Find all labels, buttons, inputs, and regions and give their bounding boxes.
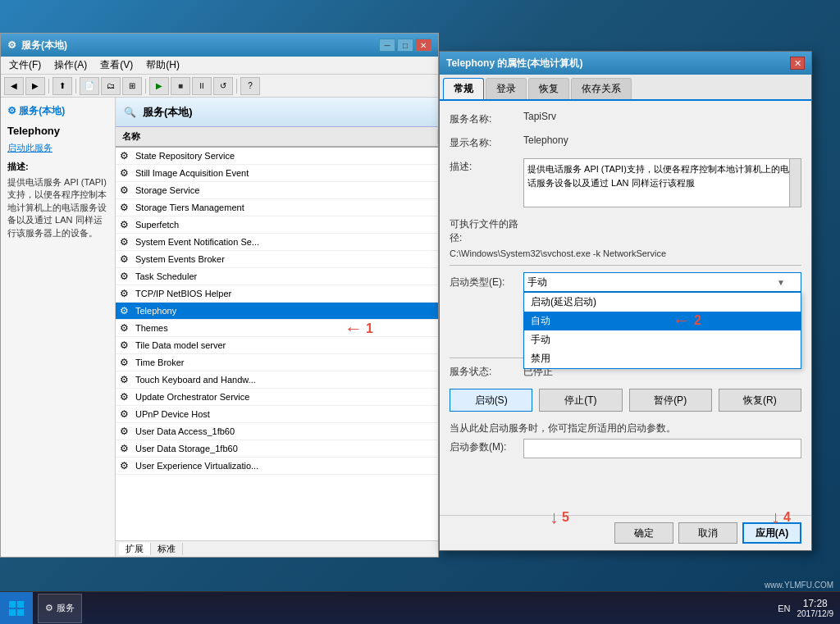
service-status-label: 服务状态:: [450, 365, 523, 379]
toolbar-back[interactable]: ◀: [4, 77, 24, 95]
list-item[interactable]: ⚙ User Data Access_1fb60: [116, 423, 438, 440]
service-icon: ⚙: [116, 285, 132, 302]
menu-action[interactable]: 操作(A): [49, 57, 92, 73]
close-button[interactable]: ✕: [415, 39, 431, 52]
services-window-title: ⚙ 服务(本地): [7, 39, 67, 52]
annotation-number-5: 5: [562, 510, 569, 525]
service-name: Storage Service: [132, 184, 438, 197]
list-item[interactable]: ⚙ Time Broker: [116, 354, 438, 371]
annotation-5: ↓ 5: [550, 507, 569, 528]
dropdown-item-disabled[interactable]: 禁用: [524, 349, 801, 368]
dialog-close-button[interactable]: ✕: [790, 57, 805, 70]
list-item[interactable]: ⚙ State Repository Service: [116, 148, 438, 165]
list-item[interactable]: ⚙ System Event Notification Se...: [116, 234, 438, 251]
ok-button[interactable]: 确定: [614, 522, 673, 544]
service-name: Still Image Acquisition Event: [132, 166, 438, 180]
service-name: User Experience Virtualizatio...: [132, 459, 438, 472]
toolbar-help[interactable]: ?: [240, 77, 260, 95]
tab-dependencies[interactable]: 依存关系: [571, 78, 632, 99]
list-item[interactable]: ⚙ Task Scheduler: [116, 268, 438, 285]
list-item[interactable]: ⚙ Tile Data model server: [116, 337, 438, 354]
tab-login[interactable]: 登录: [486, 78, 527, 99]
menu-view[interactable]: 查看(V): [95, 57, 138, 73]
services-gear-icon: ⚙: [7, 39, 16, 51]
service-name: Touch Keyboard and Handw...: [132, 373, 438, 386]
toolbar-stop[interactable]: ■: [171, 77, 190, 95]
col-name[interactable]: 名称: [116, 129, 438, 144]
list-item[interactable]: ⚙ Touch Keyboard and Handw...: [116, 371, 438, 389]
list-item[interactable]: ⚙ Storage Tiers Management: [116, 199, 438, 216]
list-item[interactable]: ⚙ UPnP Device Host: [116, 406, 438, 423]
svg-rect-3: [17, 609, 24, 616]
maximize-button[interactable]: □: [397, 39, 413, 52]
list-item[interactable]: ⚙ Update Orchestrator Service: [116, 389, 438, 406]
start-button-taskbar[interactable]: [0, 592, 33, 625]
startup-dropdown: 启动(延迟启动) 自动 手动 禁用: [523, 292, 801, 369]
annotation-4: ↓ 4: [771, 507, 791, 528]
startup-type-label: 启动类型(E):: [450, 276, 523, 289]
list-item[interactable]: ⚙ User Data Storage_1fb60: [116, 440, 438, 458]
toolbar-forward[interactable]: ▶: [25, 77, 45, 95]
dropdown-item-delayed[interactable]: 启动(延迟启动): [524, 293, 801, 312]
list-item[interactable]: ⚙ Themes: [116, 320, 438, 337]
stop-button[interactable]: 停止(T): [539, 389, 622, 412]
toolbar-pause[interactable]: ⏸: [192, 77, 212, 95]
taskbar-services[interactable]: ⚙ 服务: [38, 594, 82, 623]
service-icon: ⚙: [116, 440, 132, 457]
list-item[interactable]: ⚙ Storage Service: [116, 182, 438, 199]
dropdown-item-manual[interactable]: 手动: [524, 330, 801, 349]
service-name: Task Scheduler: [132, 270, 438, 283]
path-value: C:\Windows\System32\svchost.exe -k Netwo…: [450, 248, 801, 258]
tab-extended[interactable]: 扩展: [119, 543, 151, 555]
watermark: www.YLMFU.COM: [765, 581, 833, 590]
dropdown-item-auto[interactable]: 自动: [524, 312, 801, 330]
service-name-row: 服务名称: TapiSrv: [450, 111, 801, 126]
pause-button[interactable]: 暂停(P): [629, 389, 712, 412]
desc-text: 提供电话服务 API (TAPI)支持，以便各程序控制本地计算机上的电话服务设备…: [527, 164, 789, 188]
cancel-button[interactable]: 取消: [678, 522, 737, 544]
service-name: Update Orchestrator Service: [132, 390, 438, 403]
toolbar-btn5[interactable]: ⊞: [122, 77, 142, 95]
dialog-titlebar: Telephony 的属性(本地计算机) ✕: [440, 52, 811, 75]
list-item[interactable]: ⚙ System Events Broker: [116, 251, 438, 268]
tab-standard[interactable]: 标准: [151, 543, 183, 555]
service-name: Tile Data model server: [132, 339, 438, 352]
toolbar-separator-1: [48, 79, 49, 93]
properties-dialog: Telephony 的属性(本地计算机) ✕ 常规 登录 恢复 依存关系 服务名…: [439, 51, 812, 551]
toolbar-up[interactable]: ⬆: [52, 77, 72, 95]
annotation-1: ← 1: [345, 318, 373, 339]
list-item[interactable]: ⚙ TCP/IP NetBIOS Helper: [116, 285, 438, 303]
services-main: 🔍 服务(本地) 名称 ⚙ State Repository Service ⚙…: [116, 98, 438, 557]
desc-label: 描述:: [450, 158, 523, 174]
toolbar-btn4[interactable]: 🗂: [101, 77, 121, 95]
annotation-number-1: 1: [366, 321, 373, 336]
service-icon: ⚙: [116, 165, 132, 181]
list-item[interactable]: ⚙ Still Image Acquisition Event: [116, 165, 438, 182]
resume-button[interactable]: 恢复(R): [719, 389, 801, 412]
service-name-value: TapiSrv: [523, 111, 801, 122]
tab-general[interactable]: 常规: [443, 78, 484, 99]
menu-help[interactable]: 帮助(H): [141, 57, 185, 73]
service-icon: ⚙: [116, 216, 132, 233]
start-button[interactable]: 启动(S): [450, 389, 532, 412]
tab-recovery[interactable]: 恢复: [528, 78, 569, 99]
service-name: Storage Tiers Management: [132, 201, 438, 214]
desc-scrollbar[interactable]: [789, 159, 801, 207]
taskbar-right: EN 17:28 2017/12/9: [771, 598, 840, 618]
dialog-footer: 确定 取消 应用(A): [440, 515, 811, 550]
params-input[interactable]: [523, 439, 801, 458]
list-item[interactable]: ⚙ User Experience Virtualizatio...: [116, 458, 438, 475]
minimize-button[interactable]: ─: [379, 39, 395, 52]
list-item-telephony[interactable]: ⚙ Telephony: [116, 303, 438, 320]
menu-file[interactable]: 文件(F): [4, 57, 46, 73]
list-item[interactable]: ⚙ Superfetch: [116, 216, 438, 234]
toolbar-play[interactable]: ▶: [149, 77, 169, 95]
services-window: ⚙ 服务(本地) ─ □ ✕ 文件(F) 操作(A) 查看(V) 帮助(H) ◀…: [0, 33, 439, 558]
start-service-link[interactable]: 启动此服务: [7, 142, 108, 154]
service-name: State Repository Service: [132, 149, 438, 162]
toolbar-restart[interactable]: ↺: [213, 77, 233, 95]
service-name: TCP/IP NetBIOS Helper: [132, 287, 438, 300]
startup-type-select[interactable]: 手动: [523, 272, 801, 292]
toolbar-btn3[interactable]: 📄: [80, 77, 99, 95]
annotation-number-2: 2: [694, 313, 701, 328]
